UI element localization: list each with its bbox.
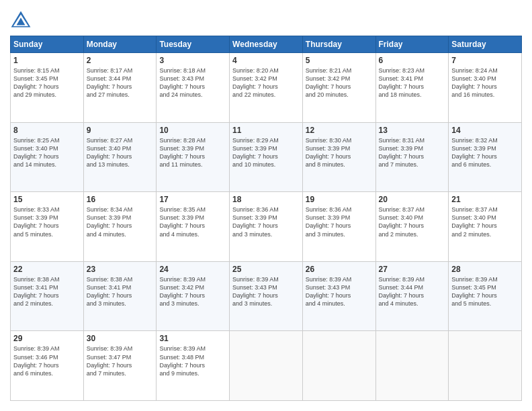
cell-info: Sunrise: 8:39 AM Sunset: 3:46 PM Dayligh… bbox=[13, 345, 81, 377]
calendar-table: SundayMondayTuesdayWednesdayThursdayFrid… bbox=[10, 36, 522, 401]
calendar-cell: 10Sunrise: 8:28 AM Sunset: 3:39 PM Dayli… bbox=[157, 122, 230, 192]
day-number: 6 bbox=[379, 56, 446, 65]
calendar-cell bbox=[449, 331, 522, 401]
cell-info: Sunrise: 8:36 AM Sunset: 3:39 PM Dayligh… bbox=[232, 205, 300, 238]
day-number: 26 bbox=[306, 265, 373, 274]
cell-info: Sunrise: 8:37 AM Sunset: 3:40 PM Dayligh… bbox=[451, 205, 519, 238]
day-number: 15 bbox=[13, 195, 81, 204]
calendar-cell: 4Sunrise: 8:20 AM Sunset: 3:42 PM Daylig… bbox=[230, 53, 303, 123]
calendar-cell bbox=[375, 331, 449, 401]
day-number: 30 bbox=[87, 334, 154, 343]
cell-info: Sunrise: 8:39 AM Sunset: 3:45 PM Dayligh… bbox=[451, 275, 519, 308]
day-number: 12 bbox=[306, 126, 373, 135]
cell-info: Sunrise: 8:30 AM Sunset: 3:39 PM Dayligh… bbox=[306, 136, 373, 169]
day-number: 29 bbox=[13, 334, 81, 343]
calendar-cell: 14Sunrise: 8:32 AM Sunset: 3:39 PM Dayli… bbox=[449, 122, 522, 192]
cell-info: Sunrise: 8:39 AM Sunset: 3:43 PM Dayligh… bbox=[232, 275, 300, 308]
calendar-cell: 30Sunrise: 8:39 AM Sunset: 3:47 PM Dayli… bbox=[83, 331, 157, 401]
calendar-cell: 25Sunrise: 8:39 AM Sunset: 3:43 PM Dayli… bbox=[230, 261, 303, 331]
calendar-cell: 23Sunrise: 8:38 AM Sunset: 3:41 PM Dayli… bbox=[83, 261, 157, 331]
day-number: 23 bbox=[87, 265, 154, 274]
cell-info: Sunrise: 8:39 AM Sunset: 3:42 PM Dayligh… bbox=[159, 275, 226, 308]
day-number: 5 bbox=[306, 56, 373, 65]
cell-info: Sunrise: 8:35 AM Sunset: 3:39 PM Dayligh… bbox=[159, 205, 226, 238]
logo-icon bbox=[10, 10, 32, 29]
cell-info: Sunrise: 8:20 AM Sunset: 3:42 PM Dayligh… bbox=[232, 66, 300, 99]
cell-info: Sunrise: 8:39 AM Sunset: 3:48 PM Dayligh… bbox=[159, 345, 226, 377]
day-number: 7 bbox=[451, 56, 519, 65]
calendar-cell: 18Sunrise: 8:36 AM Sunset: 3:39 PM Dayli… bbox=[230, 192, 303, 262]
cell-info: Sunrise: 8:36 AM Sunset: 3:39 PM Dayligh… bbox=[306, 205, 373, 238]
day-number: 24 bbox=[159, 265, 226, 274]
cell-info: Sunrise: 8:23 AM Sunset: 3:41 PM Dayligh… bbox=[379, 66, 446, 99]
calendar-week-1: 1Sunrise: 8:15 AM Sunset: 3:45 PM Daylig… bbox=[11, 53, 522, 123]
weekday-header-wednesday: Wednesday bbox=[230, 36, 303, 53]
calendar-cell: 20Sunrise: 8:37 AM Sunset: 3:40 PM Dayli… bbox=[375, 192, 449, 262]
day-number: 17 bbox=[159, 195, 226, 204]
day-number: 28 bbox=[451, 265, 519, 274]
cell-info: Sunrise: 8:31 AM Sunset: 3:39 PM Dayligh… bbox=[379, 136, 446, 169]
cell-info: Sunrise: 8:37 AM Sunset: 3:40 PM Dayligh… bbox=[379, 205, 446, 238]
cell-info: Sunrise: 8:25 AM Sunset: 3:40 PM Dayligh… bbox=[13, 136, 81, 169]
calendar-cell: 19Sunrise: 8:36 AM Sunset: 3:39 PM Dayli… bbox=[302, 192, 375, 262]
calendar-cell: 7Sunrise: 8:24 AM Sunset: 3:40 PM Daylig… bbox=[449, 53, 522, 123]
day-number: 9 bbox=[87, 126, 154, 135]
cell-info: Sunrise: 8:21 AM Sunset: 3:42 PM Dayligh… bbox=[306, 66, 373, 99]
cell-info: Sunrise: 8:38 AM Sunset: 3:41 PM Dayligh… bbox=[13, 275, 81, 308]
cell-info: Sunrise: 8:24 AM Sunset: 3:40 PM Dayligh… bbox=[451, 66, 519, 99]
day-number: 18 bbox=[232, 195, 300, 204]
calendar-cell: 9Sunrise: 8:27 AM Sunset: 3:40 PM Daylig… bbox=[83, 122, 157, 192]
calendar-cell: 31Sunrise: 8:39 AM Sunset: 3:48 PM Dayli… bbox=[157, 331, 230, 401]
day-number: 1 bbox=[13, 56, 81, 65]
weekday-header-saturday: Saturday bbox=[449, 36, 522, 53]
calendar-cell: 24Sunrise: 8:39 AM Sunset: 3:42 PM Dayli… bbox=[157, 261, 230, 331]
cell-info: Sunrise: 8:15 AM Sunset: 3:45 PM Dayligh… bbox=[13, 66, 81, 99]
calendar-cell: 2Sunrise: 8:17 AM Sunset: 3:44 PM Daylig… bbox=[83, 53, 157, 123]
calendar-week-4: 22Sunrise: 8:38 AM Sunset: 3:41 PM Dayli… bbox=[11, 261, 522, 331]
calendar-cell: 5Sunrise: 8:21 AM Sunset: 3:42 PM Daylig… bbox=[302, 53, 375, 123]
day-number: 22 bbox=[13, 265, 81, 274]
weekday-header-sunday: Sunday bbox=[11, 36, 84, 53]
day-number: 19 bbox=[306, 195, 373, 204]
calendar-header-row: SundayMondayTuesdayWednesdayThursdayFrid… bbox=[11, 36, 522, 53]
page: SundayMondayTuesdayWednesdayThursdayFrid… bbox=[0, 0, 532, 411]
calendar-cell: 13Sunrise: 8:31 AM Sunset: 3:39 PM Dayli… bbox=[375, 122, 449, 192]
day-number: 4 bbox=[232, 56, 300, 65]
cell-info: Sunrise: 8:17 AM Sunset: 3:44 PM Dayligh… bbox=[87, 66, 154, 99]
weekday-header-tuesday: Tuesday bbox=[157, 36, 230, 53]
calendar-cell: 1Sunrise: 8:15 AM Sunset: 3:45 PM Daylig… bbox=[11, 53, 84, 123]
header bbox=[10, 10, 522, 29]
day-number: 21 bbox=[451, 195, 519, 204]
day-number: 2 bbox=[87, 56, 154, 65]
day-number: 14 bbox=[451, 126, 519, 135]
calendar-cell: 6Sunrise: 8:23 AM Sunset: 3:41 PM Daylig… bbox=[375, 53, 449, 123]
calendar-week-2: 8Sunrise: 8:25 AM Sunset: 3:40 PM Daylig… bbox=[11, 122, 522, 192]
day-number: 10 bbox=[159, 126, 226, 135]
calendar-cell bbox=[230, 331, 303, 401]
calendar-cell: 16Sunrise: 8:34 AM Sunset: 3:39 PM Dayli… bbox=[83, 192, 157, 262]
calendar-cell: 26Sunrise: 8:39 AM Sunset: 3:43 PM Dayli… bbox=[302, 261, 375, 331]
day-number: 20 bbox=[379, 195, 446, 204]
cell-info: Sunrise: 8:18 AM Sunset: 3:43 PM Dayligh… bbox=[159, 66, 226, 99]
logo bbox=[10, 10, 34, 29]
cell-info: Sunrise: 8:34 AM Sunset: 3:39 PM Dayligh… bbox=[87, 205, 154, 238]
calendar-cell bbox=[302, 331, 375, 401]
calendar-cell: 27Sunrise: 8:39 AM Sunset: 3:44 PM Dayli… bbox=[375, 261, 449, 331]
calendar-week-5: 29Sunrise: 8:39 AM Sunset: 3:46 PM Dayli… bbox=[11, 331, 522, 401]
calendar-cell: 15Sunrise: 8:33 AM Sunset: 3:39 PM Dayli… bbox=[11, 192, 84, 262]
calendar-cell: 28Sunrise: 8:39 AM Sunset: 3:45 PM Dayli… bbox=[449, 261, 522, 331]
calendar-cell: 12Sunrise: 8:30 AM Sunset: 3:39 PM Dayli… bbox=[302, 122, 375, 192]
cell-info: Sunrise: 8:32 AM Sunset: 3:39 PM Dayligh… bbox=[451, 136, 519, 169]
cell-info: Sunrise: 8:28 AM Sunset: 3:39 PM Dayligh… bbox=[159, 136, 226, 169]
cell-info: Sunrise: 8:39 AM Sunset: 3:43 PM Dayligh… bbox=[306, 275, 373, 308]
day-number: 8 bbox=[13, 126, 81, 135]
calendar-week-3: 15Sunrise: 8:33 AM Sunset: 3:39 PM Dayli… bbox=[11, 192, 522, 262]
calendar-cell: 22Sunrise: 8:38 AM Sunset: 3:41 PM Dayli… bbox=[11, 261, 84, 331]
weekday-header-monday: Monday bbox=[83, 36, 157, 53]
day-number: 16 bbox=[87, 195, 154, 204]
day-number: 11 bbox=[232, 126, 300, 135]
calendar-cell: 3Sunrise: 8:18 AM Sunset: 3:43 PM Daylig… bbox=[157, 53, 230, 123]
day-number: 3 bbox=[159, 56, 226, 65]
weekday-header-friday: Friday bbox=[375, 36, 449, 53]
day-number: 31 bbox=[159, 334, 226, 343]
